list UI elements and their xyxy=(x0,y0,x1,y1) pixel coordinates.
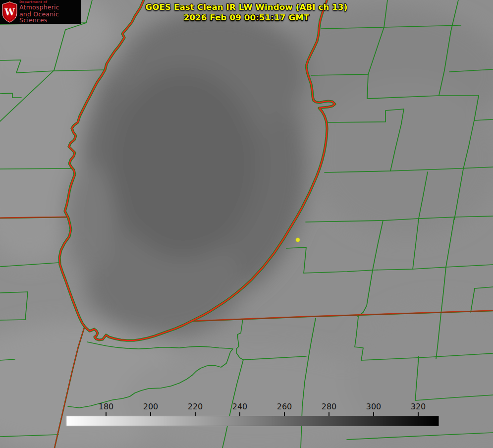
uw-crest-icon: W xyxy=(1,1,18,23)
colorbar-tick-mark xyxy=(373,412,374,416)
colorbar-tick-label: 220 xyxy=(188,402,203,411)
colorbar-tick-label: 240 xyxy=(232,402,248,411)
station-marker-dot xyxy=(296,238,300,242)
colorbar-tick-mark xyxy=(329,412,329,416)
colorbar-tick-mark xyxy=(106,412,107,416)
logo-name-line1: Atmospheric xyxy=(19,4,81,11)
county-boundary-line xyxy=(0,168,71,169)
temperature-colorbar: 180200220240260280300320 xyxy=(66,402,439,427)
colorbar-tick-label: 300 xyxy=(366,402,382,411)
colorbar-tick-label: 260 xyxy=(277,402,292,411)
logo-name-line2: and Oceanic Sciences xyxy=(19,11,81,24)
colorbar-tick-mark xyxy=(195,412,196,416)
colorbar-tick-label: 200 xyxy=(143,402,159,411)
county-boundary-line xyxy=(0,320,25,320)
colorbar-tick-label: 280 xyxy=(322,402,337,411)
colorbar-labels: 180200220240260280300320 xyxy=(66,402,439,412)
colorbar-gradient xyxy=(66,416,439,426)
colorbar-tick-mark xyxy=(239,412,240,416)
colorbar-tick-label: 320 xyxy=(411,402,426,411)
colorbar-tick-label: 180 xyxy=(99,402,114,411)
ir-cloud-texture xyxy=(0,0,493,448)
colorbar-ticks xyxy=(66,412,439,416)
svg-text:W: W xyxy=(4,7,15,17)
colorbar-tick-mark xyxy=(418,412,419,416)
uw-aos-logo: W Department of Atmospheric and Oceanic … xyxy=(0,0,81,24)
colorbar-tick-mark xyxy=(284,412,285,416)
colorbar-tick-mark xyxy=(150,412,151,416)
goes-satellite-viewer: W Department of Atmospheric and Oceanic … xyxy=(0,0,493,448)
satellite-map[interactable] xyxy=(0,0,493,448)
